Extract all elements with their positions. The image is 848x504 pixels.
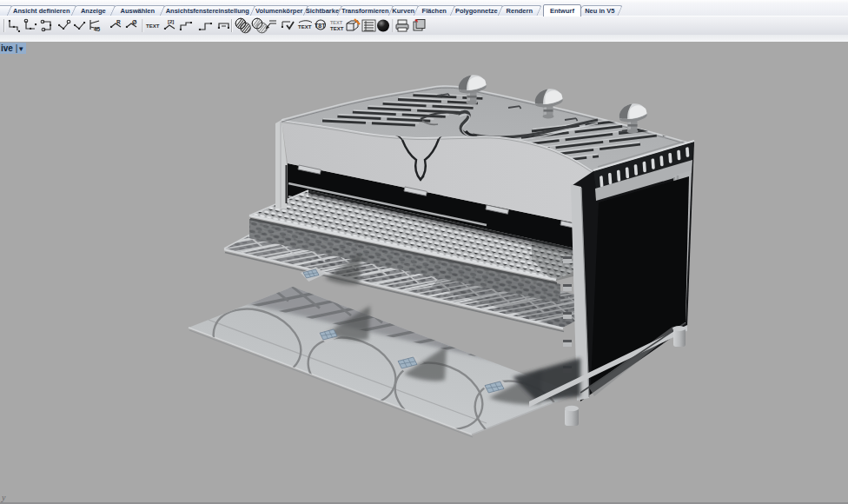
svg-text:TEXT: TEXT (298, 24, 312, 30)
svg-text:TEXT: TEXT (146, 23, 160, 29)
svg-text:Ø: Ø (132, 19, 137, 25)
svg-text:R: R (116, 19, 121, 25)
svg-text:TEXT: TEXT (330, 20, 343, 25)
svg-text:[2]: [2] (168, 19, 174, 24)
svg-text:TEXT: TEXT (330, 26, 344, 31)
svg-text:45: 45 (94, 26, 101, 32)
